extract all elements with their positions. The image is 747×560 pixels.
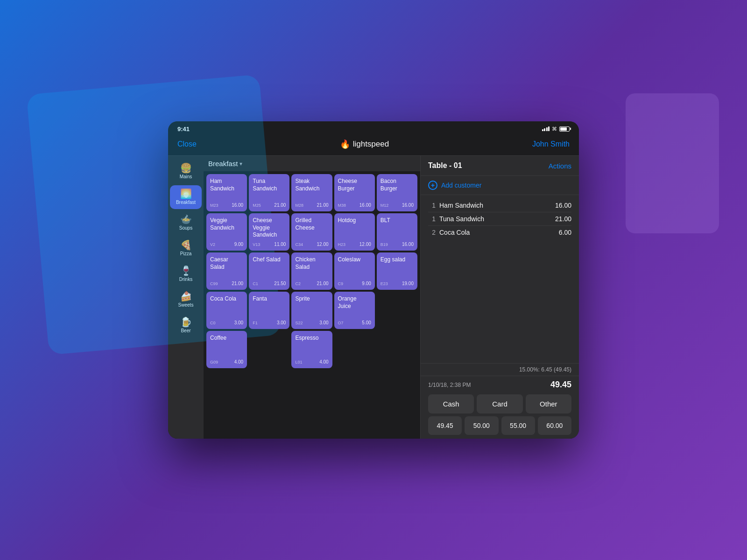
actions-button[interactable]: Actions xyxy=(549,162,571,170)
payment-button-other[interactable]: Other xyxy=(526,394,571,413)
menu-item[interactable]: Egg salad E23 19.00 xyxy=(377,252,417,290)
menu-item-price: 4.00 xyxy=(234,359,243,364)
menu-item-name: Chicken Salad xyxy=(295,256,328,271)
menu-item-footer: C0 3.00 xyxy=(210,320,243,325)
signal-icon xyxy=(542,126,550,131)
add-customer-row[interactable]: + Add customer xyxy=(421,176,579,195)
order-item-row[interactable]: 1 Tuna Sandwich 21.00 xyxy=(428,212,571,226)
logo-text: lightspeed xyxy=(353,140,389,149)
menu-item-price: 21.00 xyxy=(317,281,329,286)
menu-item-name: Grilled Cheese xyxy=(295,217,328,231)
menu-item-footer: V2 9.00 xyxy=(210,242,243,247)
total-row: 1/10/18, 2:38 PM 49.45 xyxy=(428,380,571,390)
menu-item-name: Cheese Burger xyxy=(338,178,371,192)
user-name[interactable]: John Smith xyxy=(532,140,570,148)
menu-grid: Ham Sandwich M23 16.00 Tuna Sandwich M25… xyxy=(204,171,420,439)
order-date: 1/10/18, 2:38 PM xyxy=(428,382,471,388)
menu-item[interactable]: BLT B19 16.00 xyxy=(377,213,417,251)
menu-item-footer: H23 12.00 xyxy=(338,242,371,247)
menu-item-code: F1 xyxy=(253,321,258,325)
menu-item[interactable]: Bacon Burger M12 16.00 xyxy=(377,174,417,211)
order-item-name: Ham Sandwich xyxy=(439,202,551,209)
menu-item[interactable]: Chicken Salad C2 21.00 xyxy=(291,252,332,290)
table-title: Table - 01 xyxy=(428,161,462,170)
menu-item[interactable]: Caesar Salad C99 21.00 xyxy=(206,252,247,290)
order-header: Table - 01 Actions xyxy=(421,156,579,176)
menu-item[interactable]: Coca Cola C0 3.00 xyxy=(206,292,247,329)
menu-item[interactable]: Sprite S22 3.00 xyxy=(291,292,332,329)
menu-item-name: Coffee xyxy=(210,335,243,342)
menu-item-price: 16.00 xyxy=(402,203,414,208)
menu-item-price: 21.00 xyxy=(274,203,286,208)
menu-item[interactable]: Coffee G09 4.00 xyxy=(206,331,247,368)
menu-item-footer: C9 9.00 xyxy=(338,281,371,286)
menu-item-footer: M38 16.00 xyxy=(338,203,371,208)
menu-item-empty xyxy=(377,292,417,329)
menu-item-price: 9.00 xyxy=(234,242,243,247)
menu-item-code: C34 xyxy=(295,242,303,247)
menu-item-footer: E23 19.00 xyxy=(381,281,414,286)
menu-item-code: O7 xyxy=(338,321,344,325)
menu-item-price: 16.00 xyxy=(359,203,371,208)
menu-area: Breakfast ▾ Ham Sandwich M23 16.00 Tuna … xyxy=(204,156,420,439)
order-item-row[interactable]: 1 Ham Sandwich 16.00 xyxy=(428,199,571,212)
menu-item-price: 5.00 xyxy=(362,320,371,325)
menu-item-footer: L01 4.00 xyxy=(295,359,328,364)
menu-item-code: C9 xyxy=(338,281,344,286)
menu-item-name: Coca Cola xyxy=(210,295,243,303)
order-item-row[interactable]: 2 Coca Cola 6.00 xyxy=(428,226,571,239)
menu-item[interactable]: Steak Sandwich M28 21.00 xyxy=(291,174,332,211)
menu-item-name: Steak Sandwich xyxy=(295,178,328,192)
menu-item[interactable]: Espresso L01 4.00 xyxy=(291,331,332,368)
menu-item-footer: C2 21.00 xyxy=(295,281,328,286)
menu-item-footer: B19 16.00 xyxy=(381,242,414,247)
menu-item-code: E23 xyxy=(381,281,388,286)
amount-button[interactable]: 55.00 xyxy=(501,416,535,435)
amount-button[interactable]: 60.00 xyxy=(538,416,571,435)
payment-button-cash[interactable]: Cash xyxy=(428,394,474,413)
menu-item[interactable]: Grilled Cheese C34 12.00 xyxy=(291,213,332,251)
menu-item-code: M38 xyxy=(338,203,346,208)
menu-item-name: Fanta xyxy=(253,295,286,303)
menu-item-footer: M28 21.00 xyxy=(295,203,328,208)
menu-item-name: Chef Salad xyxy=(253,256,286,264)
menu-item-name: Caesar Salad xyxy=(210,256,243,271)
menu-item-code: G09 xyxy=(210,360,218,364)
order-items: 1 Ham Sandwich 16.00 1 Tuna Sandwich 21.… xyxy=(421,195,579,363)
menu-item-empty xyxy=(249,331,289,368)
menu-item[interactable]: Cheese Burger M38 16.00 xyxy=(334,174,375,211)
amount-button[interactable]: 50.00 xyxy=(465,416,498,435)
menu-item-code: C0 xyxy=(210,321,216,325)
menu-item-footer: M23 16.00 xyxy=(210,203,243,208)
menu-item-name: Ham Sandwich xyxy=(210,178,243,192)
menu-item[interactable]: Chef Salad C1 21.50 xyxy=(249,252,289,290)
menu-item[interactable]: Fanta F1 3.00 xyxy=(249,292,289,329)
menu-item[interactable]: Cheese Veggie Sandwich V13 11.00 xyxy=(249,213,289,251)
menu-item-code: V13 xyxy=(253,242,260,247)
menu-item-name: Veggie Sandwich xyxy=(210,217,243,231)
menu-item-footer: G09 4.00 xyxy=(210,359,243,364)
menu-item[interactable]: Coleslaw C9 9.00 xyxy=(334,252,375,290)
menu-item-footer: F1 3.00 xyxy=(253,320,286,325)
menu-item-price: 16.00 xyxy=(402,242,414,247)
menu-item-footer: C99 21.00 xyxy=(210,281,243,286)
menu-item[interactable]: Veggie Sandwich V2 9.00 xyxy=(206,213,247,251)
menu-item[interactable]: Orange Juice O7 5.00 xyxy=(334,292,375,329)
order-item-qty: 2 xyxy=(428,229,436,236)
menu-item-name: Egg salad xyxy=(381,256,414,264)
amount-button[interactable]: 49.45 xyxy=(428,416,462,435)
order-item-price: 21.00 xyxy=(555,215,571,223)
add-customer-text[interactable]: Add customer xyxy=(441,182,481,189)
payment-buttons: CashCardOther xyxy=(428,394,571,413)
menu-item-code: S22 xyxy=(295,321,303,325)
menu-item[interactable]: Ham Sandwich M23 16.00 xyxy=(206,174,247,211)
menu-item-code: M28 xyxy=(295,203,303,208)
menu-item[interactable]: Tuna Sandwich M25 21.00 xyxy=(249,174,289,211)
payment-button-card[interactable]: Card xyxy=(477,394,522,413)
menu-item-code: H23 xyxy=(338,242,346,247)
menu-item-name: Cheese Veggie Sandwich xyxy=(253,217,286,239)
menu-item-price: 3.00 xyxy=(277,320,286,325)
menu-item[interactable]: Hotdog H23 12.00 xyxy=(334,213,375,251)
menu-item-price: 21.50 xyxy=(274,281,286,286)
menu-item-price: 3.00 xyxy=(234,320,243,325)
